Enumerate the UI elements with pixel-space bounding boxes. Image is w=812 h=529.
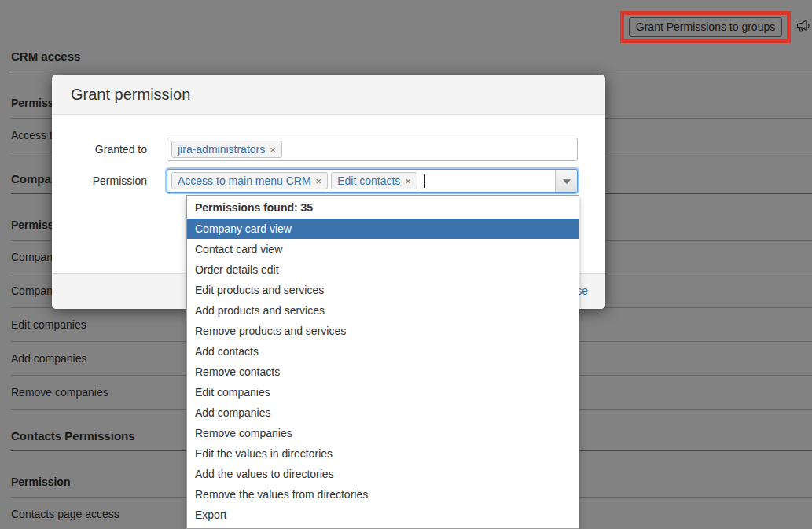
dropdown-item[interactable]: Edit the values in directories (187, 443, 579, 464)
dropdown-item[interactable]: Add products and services (187, 300, 579, 321)
dropdown-item[interactable]: Remove companies (187, 423, 579, 443)
granted-to-row: Granted to jira-administrators× (52, 138, 605, 161)
remove-tag-icon[interactable]: × (405, 175, 411, 187)
tag-label: Edit contacts (337, 174, 400, 187)
granted-to-label: Granted to (52, 138, 167, 156)
dropdown-item[interactable]: Contact card view (187, 239, 579, 259)
tag-label: jira-administrators (178, 143, 265, 156)
permissions-suggestions-dropdown: Permissions found: 35 Company card viewC… (186, 195, 579, 529)
dropdown-item[interactable]: Remove the values from directories (187, 484, 579, 505)
dropdown-item[interactable]: Add the values to directories (187, 464, 579, 484)
dropdown-item[interactable]: Add contacts (187, 341, 579, 362)
permission-label: Permission (52, 169, 167, 187)
tag-label: Access to main menu CRM (178, 174, 311, 187)
dropdown-item[interactable]: Remove contacts (187, 362, 579, 382)
dropdown-result-count: Permissions found: 35 (187, 196, 579, 219)
selected-value-tag: Access to main menu CRM× (171, 172, 328, 189)
permission-row: Permission Access to main menu CRM×Edit … (52, 169, 605, 193)
dropdown-item[interactable]: Edit companies (187, 382, 579, 402)
dropdown-item[interactable]: Edit products and services (187, 280, 579, 300)
remove-tag-icon[interactable]: × (316, 175, 322, 187)
remove-tag-icon[interactable]: × (270, 144, 276, 156)
permission-input[interactable]: Access to main menu CRM×Edit contacts× (167, 169, 578, 193)
selected-value-tag: Edit contacts× (331, 172, 417, 189)
text-cursor (424, 174, 425, 188)
chevron-down-icon (563, 179, 571, 184)
dropdown-item[interactable]: Order details edit (187, 259, 579, 280)
selected-value-tag: jira-administrators× (171, 141, 282, 158)
dropdown-item[interactable]: Add companies (187, 402, 579, 423)
dropdown-item[interactable]: Export (187, 505, 579, 525)
dropdown-item[interactable]: Remove products and services (187, 321, 579, 341)
dropdown-toggle-button[interactable] (555, 170, 577, 192)
granted-to-input[interactable]: jira-administrators× (167, 138, 578, 161)
dropdown-item-selected[interactable]: Company card view (187, 219, 579, 239)
dialog-header: Grant permission (52, 75, 605, 115)
dialog-title: Grant permission (71, 85, 586, 105)
dropdown-items: Company card viewContact card viewOrder … (187, 219, 579, 525)
screen: CRM access PermissionAccess to main menu… (0, 0, 812, 529)
permission-tags: Access to main menu CRM×Edit contacts× (171, 174, 420, 187)
